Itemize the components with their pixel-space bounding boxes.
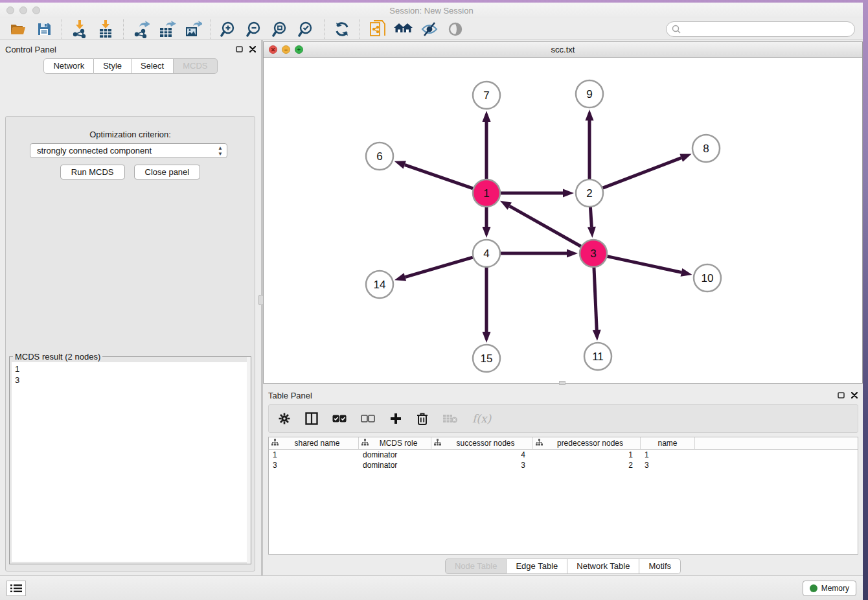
tab-motifs[interactable]: Motifs xyxy=(639,559,681,574)
table-cell[interactable]: 3 xyxy=(431,460,533,470)
mcds-result-group: MCDS result (2 nodes) 13 xyxy=(9,356,251,564)
network-window-titlebar[interactable]: ✕ − + scc.txt xyxy=(264,42,862,58)
search-input-field[interactable] xyxy=(681,25,854,34)
app-titlebar: Session: New Session xyxy=(0,3,863,18)
result-scrollbar[interactable] xyxy=(247,357,251,564)
desktop-wallpaper-right xyxy=(863,0,868,600)
open-session-icon[interactable] xyxy=(8,19,28,39)
export-network-icon[interactable] xyxy=(131,19,151,39)
tab-network[interactable]: Network xyxy=(43,58,94,74)
zoom-fit-icon[interactable] xyxy=(271,19,290,39)
mcds-result-textarea[interactable]: 13 xyxy=(12,362,249,562)
graph-node-label: 7 xyxy=(483,89,489,102)
column-type-icon xyxy=(536,439,543,448)
tab-network-table[interactable]: Network Table xyxy=(567,559,639,574)
close-panel-icon[interactable] xyxy=(249,43,256,55)
network-maximize-icon[interactable]: + xyxy=(295,45,303,54)
import-table-icon[interactable] xyxy=(96,19,115,39)
table-cell[interactable]: 1 xyxy=(533,450,641,460)
network-view-window: ✕ − + scc.txt 7968124314101511 xyxy=(263,41,863,384)
edge-arrowhead xyxy=(483,111,491,122)
graph-edge-1-6[interactable] xyxy=(405,165,473,188)
save-session-icon[interactable] xyxy=(34,19,54,39)
export-table-icon[interactable] xyxy=(157,19,177,39)
criterion-select[interactable]: strongly connected component ▲▼ xyxy=(30,143,227,158)
home-view-icon[interactable] xyxy=(394,19,413,39)
delete-table-icon xyxy=(442,413,458,424)
graph-node-label: 9 xyxy=(586,88,592,100)
zoom-selected-icon[interactable] xyxy=(297,19,316,39)
add-column-icon[interactable] xyxy=(389,412,402,425)
network-from-selection-icon[interactable] xyxy=(368,19,387,39)
memory-label: Memory xyxy=(821,584,849,593)
network-canvas[interactable]: 7968124314101511 xyxy=(264,58,862,383)
graph-edge-3-1[interactable] xyxy=(510,206,581,246)
close-panel-button[interactable]: Close panel xyxy=(134,165,201,179)
table-cell[interactable]: 3 xyxy=(641,460,695,470)
table-row[interactable]: 1dominator411 xyxy=(269,450,858,460)
network-resize-handle[interactable] xyxy=(559,381,565,385)
tab-mcds[interactable]: MCDS xyxy=(174,58,217,74)
control-panel-tabs: NetworkStyleSelectMCDS xyxy=(43,58,217,74)
split-panel-icon[interactable] xyxy=(305,412,318,425)
network-title: scc.txt xyxy=(264,45,862,54)
graph-edge-3-11[interactable] xyxy=(594,268,597,330)
network-search-input[interactable] xyxy=(666,21,855,37)
toolbar-separator xyxy=(324,19,325,39)
table-cell[interactable]: dominator xyxy=(359,460,431,470)
column-type-icon xyxy=(434,439,441,448)
graph-edge-2-3[interactable] xyxy=(590,207,591,227)
run-mcds-button[interactable]: Run MCDS xyxy=(60,165,125,179)
zoom-in-icon[interactable] xyxy=(219,19,238,39)
select-all-columns-icon[interactable] xyxy=(332,415,347,422)
table-cell[interactable]: dominator xyxy=(359,450,431,460)
deselect-all-columns-icon[interactable] xyxy=(361,415,375,422)
column-header-predecessor-nodes[interactable]: predecessor nodes xyxy=(533,437,641,449)
toolbar-separator xyxy=(62,19,62,39)
table-panel: Table Panel f(x) shared nameMCDS role xyxy=(263,386,863,575)
memory-button[interactable]: Memory xyxy=(803,581,856,596)
table-cell[interactable]: 1 xyxy=(641,450,695,460)
tab-node-table[interactable]: Node Table xyxy=(445,559,507,574)
toolbar-separator xyxy=(360,19,360,39)
show-preview-eye-icon xyxy=(446,19,465,39)
close-table-panel-icon[interactable] xyxy=(851,389,858,401)
graph-node-label: 15 xyxy=(481,352,493,365)
network-close-icon[interactable]: ✕ xyxy=(269,45,277,54)
table-cell[interactable]: 3 xyxy=(269,460,359,470)
graph-edge-3-10[interactable] xyxy=(608,257,681,273)
graph-edge-2-8[interactable] xyxy=(603,158,681,188)
table-row[interactable]: 3dominator323 xyxy=(269,460,858,470)
tab-select[interactable]: Select xyxy=(131,58,174,74)
tab-edge-table[interactable]: Edge Table xyxy=(507,559,567,574)
float-panel-icon[interactable] xyxy=(236,43,243,55)
table-cell[interactable]: 4 xyxy=(431,450,533,460)
delete-column-icon[interactable] xyxy=(417,412,428,425)
select-stepper-icon: ▲▼ xyxy=(218,145,223,157)
column-type-icon xyxy=(361,439,369,448)
tab-style[interactable]: Style xyxy=(94,58,131,74)
export-image-icon[interactable] xyxy=(183,19,203,39)
column-header-name[interactable]: name xyxy=(641,437,695,449)
table-options-gear-icon[interactable] xyxy=(278,412,291,425)
task-history-button[interactable] xyxy=(6,581,26,596)
column-header-successor-nodes[interactable]: successor nodes xyxy=(431,437,533,449)
apply-layout-icon[interactable] xyxy=(332,19,352,39)
import-network-icon[interactable] xyxy=(70,19,89,39)
float-table-panel-icon[interactable] xyxy=(838,389,845,401)
memory-status-icon xyxy=(810,584,817,592)
graph-node-label: 6 xyxy=(376,150,382,163)
edge-arrowhead xyxy=(483,332,491,343)
edge-arrowhead xyxy=(483,227,491,238)
column-header-MCDS-role[interactable]: MCDS role xyxy=(359,437,431,449)
table-cell[interactable]: 1 xyxy=(269,450,359,460)
column-header-label: name xyxy=(643,439,692,448)
zoom-out-icon[interactable] xyxy=(245,19,264,39)
column-header-shared-name[interactable]: shared name xyxy=(269,437,359,449)
hide-selected-eye-icon[interactable] xyxy=(420,19,439,39)
graph-edge-4-14[interactable] xyxy=(405,257,473,277)
table-toolbar: f(x) xyxy=(268,404,858,433)
mcds-result-line: 1 xyxy=(15,363,246,375)
network-minimize-icon[interactable]: − xyxy=(282,45,290,54)
table-cell[interactable]: 2 xyxy=(533,460,641,470)
